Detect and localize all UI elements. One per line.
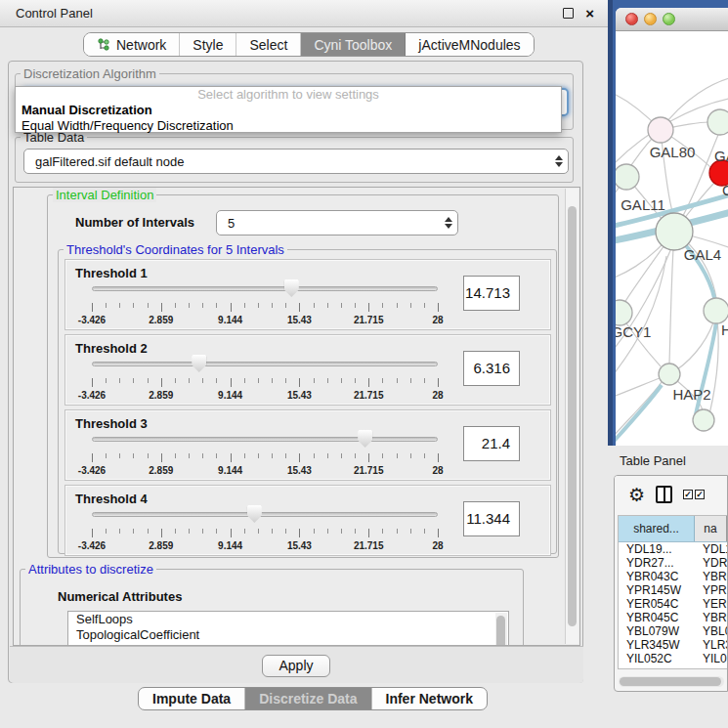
network-graph[interactable]: GAL80GACGAL11GAL4GCY1HHAP2 [616, 31, 728, 446]
slider-groove [92, 437, 438, 442]
network-node[interactable] [704, 298, 728, 323]
slider-handle[interactable] [192, 355, 206, 372]
threshold-4-slider[interactable]: -3.4262.8599.14415.4321.71528 [92, 505, 438, 552]
cell-name[interactable]: YDR2 [695, 556, 727, 570]
threshold-4-value-field[interactable]: 11.344 [463, 501, 520, 536]
cell-shared-name[interactable]: YIL052C [619, 652, 695, 665]
settings-vertical-scrollbar[interactable] [565, 189, 578, 644]
minor-tick [175, 529, 176, 534]
tab-style[interactable]: Style [180, 33, 236, 56]
tab-network[interactable]: Network [84, 33, 180, 56]
column-header-shared-name[interactable]: shared... [619, 516, 695, 541]
cell-name[interactable]: YER0 [695, 597, 727, 611]
network-node[interactable] [693, 409, 714, 431]
table-row[interactable]: YBR045CYBR0 [619, 611, 727, 624]
network-node[interactable] [648, 117, 673, 143]
tick-label: 15.43 [287, 390, 312, 401]
number-of-intervals-combobox[interactable]: 5 [216, 210, 458, 236]
slider-handle[interactable] [358, 430, 372, 448]
table-row[interactable]: YBR043CYBR0 [619, 570, 727, 583]
cell-shared-name[interactable]: YBR045C [619, 611, 695, 624]
minor-tick [244, 453, 245, 458]
cell-name[interactable]: YBR0 [695, 611, 727, 624]
cell-name[interactable]: YIL0 [695, 652, 727, 665]
cell-name[interactable]: YBR0 [695, 570, 727, 583]
table-row[interactable]: YBL079WYBL0 [619, 624, 727, 638]
cell-shared-name[interactable]: YER054C [619, 597, 695, 611]
number-of-intervals-label: Number of Intervals [75, 215, 194, 230]
slider-handle[interactable] [284, 279, 299, 297]
tab-select[interactable]: Select [236, 33, 301, 56]
zoom-traffic-light[interactable] [663, 13, 675, 25]
cell-shared-name[interactable]: YPR145W [619, 583, 695, 597]
column-header-name[interactable]: na [695, 516, 727, 541]
tab-infer-network[interactable]: Infer Network [372, 688, 487, 709]
cell-name[interactable]: YBL0 [695, 624, 727, 638]
close-traffic-light[interactable] [625, 13, 638, 25]
network-node[interactable] [707, 109, 728, 135]
cell-shared-name[interactable]: YDR27... [619, 556, 695, 570]
node-table: shared... na YDL19...YDL1YDR27...YDR2YBR… [618, 515, 727, 669]
minor-tick [148, 529, 149, 534]
float-window-icon[interactable] [563, 8, 574, 19]
network-edge-thick[interactable] [616, 385, 662, 446]
network-node[interactable] [656, 213, 693, 250]
table-horizontal-scrollbar[interactable] [619, 676, 724, 687]
apply-button[interactable]: Apply [262, 655, 330, 677]
cell-shared-name[interactable]: YBR043C [619, 570, 695, 583]
table-data-combobox[interactable]: galFiltered.sif default node [23, 149, 569, 174]
table-row[interactable]: YLR345WYLR3 [619, 638, 727, 652]
network-node[interactable] [659, 364, 680, 385]
split-columns-icon[interactable] [656, 486, 672, 503]
threshold-1-slider[interactable]: -3.4262.8599.14415.4321.71528 [92, 279, 438, 326]
cell-shared-name[interactable]: YBL079W [619, 624, 695, 638]
table-row[interactable]: YDL19...YDL1 [619, 542, 727, 556]
table-row[interactable]: YDR27...YDR2 [619, 556, 727, 570]
minor-tick [397, 378, 398, 383]
threshold-2-slider[interactable]: -3.4262.8599.14415.4321.71528 [92, 355, 438, 402]
list-scrollbar-thumb[interactable] [496, 616, 505, 646]
threshold-2-value-field[interactable]: 6.316 [463, 351, 520, 386]
cell-name[interactable]: YLR3 [695, 638, 727, 652]
threshold-3-value-field[interactable]: 21.4 [463, 426, 520, 461]
major-tick [231, 529, 232, 537]
tick-label: -3.426 [78, 465, 106, 476]
cell-name[interactable]: YPR1 [695, 583, 727, 597]
tab-discretize-data[interactable]: Discretize Data [245, 688, 371, 709]
checkbox-icon[interactable]: ✓ [683, 490, 693, 499]
popup-item-equal-width-frequency[interactable]: Equal Width/Frequency Discretization [16, 118, 561, 134]
table-row[interactable]: YIL052CYIL0 [619, 652, 727, 665]
tab-jactivemnodules[interactable]: jActiveMNodules [406, 33, 533, 56]
network-node-label: GA [714, 148, 728, 164]
table-row[interactable]: YPR145WYPR1 [619, 583, 727, 597]
popup-item-manual-discretization[interactable]: Manual Discretization [16, 103, 561, 118]
minor-tick [189, 453, 190, 458]
list-scrollbar[interactable] [495, 613, 507, 646]
thresholds-group-title: Threshold's Coordinates for 5 Intervals [64, 242, 287, 257]
threshold-3-slider[interactable]: -3.4262.8599.14415.4321.71528 [92, 430, 438, 477]
cell-shared-name[interactable]: YLR345W [619, 638, 695, 652]
attribute-list-item[interactable]: SelfLoops [68, 612, 508, 627]
slider-ticks [92, 378, 438, 387]
gear-icon[interactable]: ⚙ [628, 486, 645, 504]
major-tick [92, 303, 93, 312]
attribute-list-item[interactable]: TopologicalCoefficient [68, 627, 508, 643]
scrollbar-thumb[interactable] [620, 677, 721, 686]
tab-impute-data[interactable]: Impute Data [139, 688, 245, 709]
scrollbar-thumb[interactable] [568, 206, 577, 626]
cell-name[interactable]: YDL1 [695, 542, 727, 556]
minimize-traffic-light[interactable] [644, 13, 657, 25]
network-node[interactable] [616, 164, 639, 190]
table-row[interactable]: YER054CYER0 [619, 597, 727, 611]
close-icon[interactable]: × [585, 8, 594, 19]
threshold-1-value-field[interactable]: 14.713 [463, 276, 520, 311]
network-node[interactable] [616, 300, 632, 325]
slider-handle[interactable] [247, 505, 262, 523]
numerical-attributes-list[interactable]: SelfLoopsTopologicalCoefficientBetweenne… [67, 611, 509, 646]
checkbox-icon[interactable]: ✓ [695, 490, 705, 499]
attributes-group-title: Attributes to discretize [25, 562, 156, 577]
network-canvas[interactable]: GAL80GACGAL11GAL4GCY1HHAP2 [616, 31, 728, 446]
tick-label: 28 [432, 465, 443, 476]
cell-shared-name[interactable]: YDL19... [619, 542, 695, 556]
tab-cyni-toolbox[interactable]: Cyni Toolbox [301, 33, 406, 56]
